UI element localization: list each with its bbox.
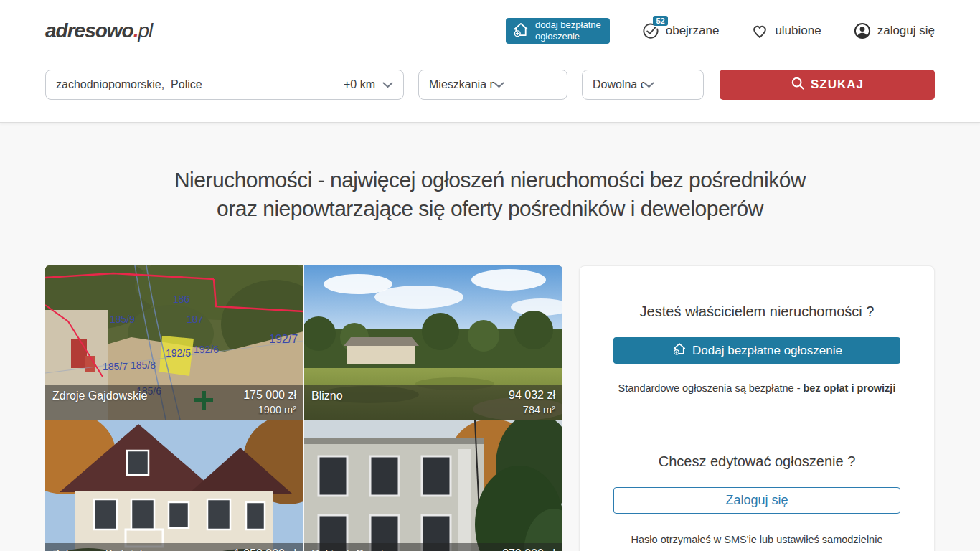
listing-card[interactable]: Zakrzewo Kościelne 1 250 000 zł [45,420,303,551]
listing-name: Ryki, ul. Graniczna [311,547,502,551]
heart-icon [750,22,769,40]
chevron-down-icon [494,78,558,91]
add-listing-button[interactable]: dodaj bezpłatne ogłoszenie [506,18,610,44]
listing-caption: Ryki, ul. Graniczna 379 000 zł [304,543,562,551]
svg-text:192/5: 192/5 [166,347,191,359]
svg-text:185/7: 185/7 [103,361,128,372]
listing-price: 175 000 zł [243,388,296,402]
listing-name: Zakrzewo Kościelne [52,547,234,551]
price-select[interactable]: Dowolna cena [582,70,704,100]
search-icon [791,76,805,94]
viewed-link[interactable]: 52 obejrzane [641,22,720,40]
listings-grid: 186 187 185/9 192/7 192/5 192/6 185/7 18… [45,265,562,551]
search-button[interactable]: SZUKAJ [720,70,935,100]
logo[interactable]: adresowo.pl [45,19,152,42]
chevron-down-icon [644,78,694,91]
listing-caption: Zdroje Gajdowskie 175 000 zł 1900 m² [45,385,303,420]
listing-photo-house2 [304,420,562,551]
listing-card[interactable]: 186 187 185/9 192/7 192/5 192/6 185/7 18… [45,265,303,420]
svg-text:185/8: 185/8 [131,359,156,371]
radius-value: +0 km [344,78,375,91]
top-bar: adresowo.pl dodaj bezpłatne ogłoszenie [45,0,935,62]
user-circle-icon [853,22,872,40]
price-value: Dowolna cena [593,78,644,91]
svg-text:185/9: 185/9 [110,314,135,325]
listing-card[interactable]: Blizno 94 032 zł 784 m² [304,265,562,420]
category-value: Mieszkania na sprzeda [429,78,494,91]
sidebar-login-button[interactable]: Zaloguj się [613,487,900,514]
listing-photo-house [45,420,303,551]
svg-text:186: 186 [173,293,190,305]
page-title: Nieruchomości - najwięcej ogłoszeń nieru… [0,123,980,223]
location-value: zachodniopomorskie, Police [56,78,344,91]
logo-tld: pl [138,19,152,42]
header: adresowo.pl dodaj bezpłatne ogłoszenie [0,0,980,123]
listing-name: Blizno [311,388,509,402]
login-link[interactable]: zaloguj się [853,22,935,40]
house-plus-icon [672,341,687,360]
favorites-label: ulubione [775,24,821,38]
viewed-count-badge: 52 [653,16,667,26]
owner-panel: Jesteś właścicielem nieruchomości ? Doda… [579,265,935,551]
location-input[interactable]: zachodniopomorskie, Police +0 km [45,70,404,100]
house-plus-icon [512,20,530,42]
listing-caption: Blizno 94 032 zł 784 m² [304,385,562,420]
svg-text:192/7: 192/7 [269,333,298,345]
search-button-label: SZUKAJ [811,77,864,92]
listing-price: 94 032 zł [509,388,555,402]
svg-text:192/6: 192/6 [194,344,219,355]
listing-card[interactable]: Ryki, ul. Graniczna 379 000 zł [304,420,562,551]
listing-price: 1 250 000 zł [234,547,296,551]
search-bar: zachodniopomorskie, Police +0 km Mieszka… [45,62,935,108]
owner-panel-note: Standardowe ogłoszenia są bezpłatne - be… [580,382,934,394]
chevron-down-icon [382,78,393,91]
edit-panel-note: Hasło otrzymałeś w SMS'ie lub ustawiłeś … [580,534,934,551]
login-label: zaloguj się [877,24,935,38]
sidebar-add-listing-button[interactable]: Dodaj bezpłatne ogłoszenie [613,337,900,364]
listing-caption: Zakrzewo Kościelne 1 250 000 zł [45,543,303,551]
svg-text:187: 187 [187,314,204,325]
sidebar-add-listing-label: Dodaj bezpłatne ogłoszenie [692,344,842,358]
listing-area: 1900 m² [243,402,296,417]
edit-panel-title: Chcesz edytować ogłoszenie ? [580,430,934,470]
listing-area: 784 m² [509,402,555,417]
viewed-label: obejrzane [666,24,720,38]
check-circle-icon: 52 [641,22,660,40]
owner-panel-title: Jesteś właścicielem nieruchomości ? [580,266,934,320]
add-listing-label: dodaj bezpłatne ogłoszenie [535,19,601,43]
category-select[interactable]: Mieszkania na sprzeda [418,70,567,100]
listing-price: 379 000 zł [502,547,555,551]
listing-name: Zdroje Gajdowskie [52,388,243,402]
logo-main: adresowo [45,19,133,42]
favorites-link[interactable]: ulubione [750,22,821,40]
